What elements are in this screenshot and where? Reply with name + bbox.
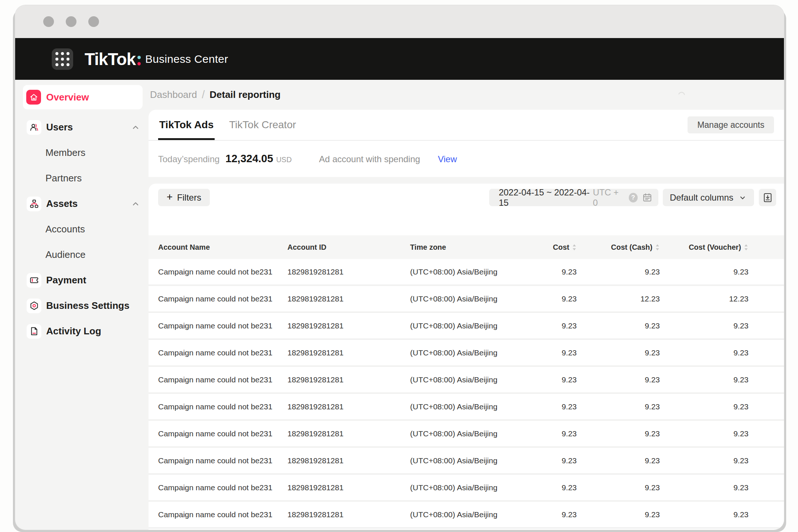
cell-cost: 9.23 [536, 429, 577, 438]
table-row: Campaign name could not be23118298192812… [149, 259, 784, 286]
window-control-dot[interactable] [43, 16, 54, 27]
spending-label: Today’spending [158, 154, 219, 164]
cell-cost: 9.23 [536, 321, 577, 330]
filters-label: Filters [177, 192, 201, 203]
cell-cost_cash: 9.23 [577, 456, 660, 465]
column-header-cost[interactable]: Cost [536, 243, 577, 252]
sidebar-item-audience[interactable]: Audience [15, 242, 149, 267]
sidebar-item-business-settings[interactable]: Business Settings [15, 293, 149, 318]
sort-icon[interactable] [655, 243, 660, 251]
users-icon [27, 120, 41, 135]
default-columns-button[interactable]: Default columns [663, 189, 754, 206]
cell-account_id: 1829819281281 [287, 456, 410, 465]
chevron-up-icon[interactable] [131, 123, 140, 132]
chevron-up-icon[interactable] [131, 199, 140, 209]
date-range-picker[interactable]: 2022-04-15 ~ 2022-04-15 UTC + 0 ? [489, 189, 658, 206]
sidebar-item-accounts[interactable]: Accounts [15, 216, 149, 242]
column-label: Cost [553, 243, 569, 252]
cell-time_zone: (UTC+08:00) Asia/Beijing [410, 294, 536, 303]
calendar-icon[interactable] [642, 192, 652, 203]
payment-icon [27, 273, 41, 288]
cell-time_zone: (UTC+08:00) Asia/Beijing [410, 348, 536, 357]
cell-cost_voucher: 9.23 [660, 321, 748, 330]
filters-button[interactable]: + Filters [158, 189, 210, 206]
cell-time_zone: (UTC+08:00) Asia/Beijing [410, 483, 536, 492]
cell-cost_cash: 9.23 [577, 348, 660, 357]
cell-time_zone: (UTC+08:00) Asia/Beijing [410, 510, 536, 519]
column-header-account_name: Account Name [158, 243, 287, 252]
cell-account_id: 1829819281281 [287, 375, 410, 384]
cell-account_name: Campaign name could not be231 [158, 348, 287, 357]
cell-account_name: Campaign name could not be231 [158, 456, 287, 465]
table-row: Campaign name could not be23118298192812… [149, 340, 784, 367]
download-icon [762, 192, 773, 203]
cell-time_zone: (UTC+08:00) Asia/Beijing [410, 456, 536, 465]
help-icon[interactable]: ? [629, 193, 638, 202]
tab-tiktok-creator[interactable]: TikTok Creator [228, 110, 297, 140]
cell-time_zone: (UTC+08:00) Asia/Beijing [410, 429, 536, 438]
spending-summary: Today’spending 12,324.05 USD Ad account … [149, 141, 784, 176]
table-header-row: Account NameAccount IDTime zoneCostCost … [149, 235, 784, 259]
tabs-row: TikTok Ads TikTok Creator Manage account… [149, 110, 784, 141]
settings-icon [27, 299, 41, 313]
cell-cost_cash: 9.23 [577, 483, 660, 492]
chevron-down-icon [738, 193, 747, 202]
cell-account_id: 1829819281281 [287, 483, 410, 492]
cell-account_name: Campaign name could not be231 [158, 402, 287, 411]
app-window: TikTok Business Center Overview [15, 5, 784, 530]
column-header-cost_cash[interactable]: Cost (Cash) [577, 243, 660, 252]
cell-cost_cash: 9.23 [577, 402, 660, 411]
sidebar: Overview Users Members Partners [15, 80, 149, 530]
cell-cost: 9.23 [536, 294, 577, 303]
sidebar-item-activity-log[interactable]: Activity Log [15, 318, 149, 344]
sidebar-item-overview[interactable]: Overview [23, 85, 143, 109]
table-row: Campaign name could not be23118298192812… [149, 502, 784, 529]
breadcrumb-dashboard[interactable]: Dashboard [150, 89, 197, 100]
cell-cost_cash: 9.23 [577, 510, 660, 519]
brand-tiktok: TikTok [85, 49, 136, 69]
sort-icon[interactable] [744, 243, 748, 251]
cell-cost_cash: 9.23 [577, 267, 660, 276]
sidebar-item-partners[interactable]: Partners [15, 166, 149, 191]
manage-accounts-button[interactable]: Manage accounts [688, 116, 774, 133]
export-button[interactable] [759, 189, 776, 206]
cell-account_id: 1829819281281 [287, 402, 410, 411]
apps-grid-icon[interactable] [52, 48, 73, 70]
column-label: Time zone [410, 243, 446, 252]
cell-time_zone: (UTC+08:00) Asia/Beijing [410, 402, 536, 411]
sidebar-item-assets[interactable]: Assets [15, 191, 149, 216]
sidebar-item-members[interactable]: Members [15, 140, 149, 166]
table-row: Campaign name could not be23118298192812… [149, 394, 784, 421]
sidebar-item-users[interactable]: Users [15, 115, 149, 140]
sidebar-item-label: Users [46, 122, 73, 133]
sort-icon[interactable] [572, 243, 577, 251]
cell-account_id: 1829819281281 [287, 348, 410, 357]
cell-account_name: Campaign name could not be231 [158, 375, 287, 384]
window-control-dot[interactable] [88, 16, 99, 27]
sidebar-subitem-label: Members [45, 147, 85, 158]
cell-cost: 9.23 [536, 402, 577, 411]
cell-cost_voucher: 9.23 [660, 375, 748, 384]
cell-cost_cash: 12.23 [577, 294, 660, 303]
window-control-dot[interactable] [66, 16, 76, 27]
plus-icon: + [167, 192, 173, 202]
cell-time_zone: (UTC+08:00) Asia/Beijing [410, 375, 536, 384]
cell-cost: 9.23 [536, 456, 577, 465]
cell-cost: 9.23 [536, 510, 577, 519]
home-icon [26, 90, 41, 105]
cell-cost: 9.23 [536, 267, 577, 276]
table-row: Campaign name could not be23118298192812… [149, 286, 784, 313]
cell-cost: 9.23 [536, 348, 577, 357]
sidebar-item-payment[interactable]: Payment [15, 267, 149, 293]
tab-tiktok-ads[interactable]: TikTok Ads [158, 110, 215, 140]
sidebar-subitem-label: Audience [45, 249, 85, 260]
view-link[interactable]: View [438, 154, 457, 164]
report-toolbar: + Filters 2022-04-15 ~ 2022-04-15 UTC + … [149, 189, 784, 206]
page-title: Detail reporting [209, 89, 280, 100]
table-row: Campaign name could not be23118298192812… [149, 421, 784, 448]
cell-account_name: Campaign name could not be231 [158, 510, 287, 519]
cell-account_id: 1829819281281 [287, 510, 410, 519]
cell-cost_voucher: 9.23 [660, 456, 748, 465]
column-header-cost_voucher[interactable]: Cost (Voucher) [660, 243, 748, 252]
cell-account_id: 1829819281281 [287, 321, 410, 330]
